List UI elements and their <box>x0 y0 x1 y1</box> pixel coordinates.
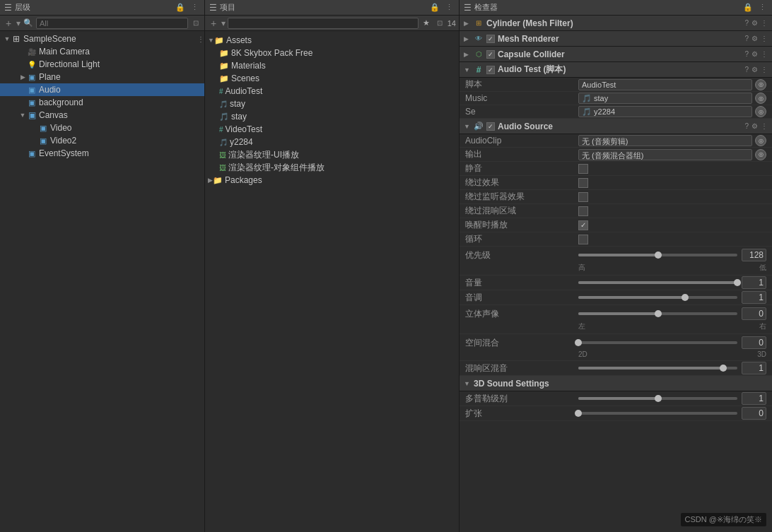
bypass-effects-checkbox[interactable] <box>578 178 588 188</box>
hierarchy-search-icon[interactable]: 🔍 <box>23 18 34 29</box>
cc-help[interactable]: ? <box>744 50 749 58</box>
spatial-thumb[interactable] <box>575 339 582 346</box>
hierarchy-item-directionallight[interactable]: ▶ 💡 Directional Light <box>0 58 204 71</box>
pan-thumb[interactable] <box>655 310 662 317</box>
volume-slider-track[interactable] <box>578 281 737 284</box>
cylmf-more[interactable]: ⋮ <box>761 19 768 27</box>
spatial-slider-track[interactable] <box>578 341 737 344</box>
hierarchy-item-eventsystem[interactable]: ▶ ▣ EventSystem <box>0 147 204 160</box>
project-filter2-icon[interactable]: ⊡ <box>434 18 445 29</box>
project-item-stay2[interactable]: 🎵 stay <box>205 110 459 123</box>
pitch-thumb[interactable] <box>682 294 689 301</box>
reverb-thumb[interactable] <box>720 365 727 372</box>
loop-checkbox[interactable] <box>578 235 588 244</box>
volume-value[interactable]: 1 <box>742 276 766 289</box>
priority-slider-track[interactable] <box>578 254 737 256</box>
cc-settings[interactable]: ⚙ <box>751 50 758 58</box>
se-target-btn[interactable]: ◎ <box>755 106 766 117</box>
hierarchy-item-samplescene[interactable]: ▼ ⊞ SampleScene ⋮ <box>0 32 204 45</box>
audiotest-script-target-btn[interactable]: ◎ <box>755 79 766 90</box>
bypass-reverb-checkbox[interactable] <box>578 206 588 216</box>
cylmf-settings[interactable]: ⚙ <box>751 19 758 27</box>
hierarchy-item-maincamera[interactable]: ▶ 🎥 Main Camera <box>0 45 204 58</box>
project-item-stay1[interactable]: 🎵 stay <box>205 97 459 110</box>
hierarchy-item-video[interactable]: ▶ ▣ Video <box>0 122 204 134</box>
music-field[interactable]: 🎵 stay <box>578 93 752 104</box>
doppler-slider-track[interactable] <box>578 397 737 400</box>
audiosource-header[interactable]: ▼ 🔊 ✓ Audio Source ? ⚙ ⋮ <box>460 119 772 134</box>
output-target-btn[interactable]: ◎ <box>755 149 766 160</box>
hierarchy-filter-icon[interactable]: ⊡ <box>190 18 201 29</box>
doppler-value[interactable]: 1 <box>742 392 766 405</box>
priority-value[interactable]: 128 <box>742 249 766 261</box>
cylmf-help[interactable]: ? <box>744 19 749 27</box>
audiotest-script-header[interactable]: ▼ # ✓ Audio Test (脚本) ? ⚙ ⋮ <box>460 62 772 78</box>
project-item-audiotest[interactable]: # AudioTest <box>205 85 459 97</box>
project-item-scenes[interactable]: 📁 Scenes <box>205 72 459 85</box>
pitch-value[interactable]: 1 <box>742 291 766 304</box>
project-search-input[interactable] <box>228 18 419 29</box>
hierarchy-add-btn[interactable]: + <box>3 18 14 29</box>
mute-checkbox[interactable] <box>578 164 588 174</box>
hierarchy-menu-icon[interactable]: ☰ <box>4 3 12 13</box>
spread-thumb[interactable] <box>575 410 582 417</box>
3dsound-header[interactable]: ▼ 3D Sound Settings <box>460 376 772 391</box>
project-item-y2284[interactable]: 🎵 y2284 <box>205 136 459 148</box>
hierarchy-item-audio[interactable]: ▶ ▣ Audio <box>0 83 204 96</box>
spread-slider-track[interactable] <box>578 412 737 415</box>
hierarchy-item-video2[interactable]: ▶ ▣ Video2 <box>0 134 204 147</box>
project-item-render2[interactable]: 🖼 渲染器纹理-对象组件播放 <box>205 161 459 174</box>
hierarchy-item-plane[interactable]: ▶ ▣ Plane <box>0 71 204 83</box>
pitch-slider-track[interactable] <box>578 296 737 299</box>
inspector-more-icon[interactable]: ⋮ <box>756 2 768 13</box>
project-lock-icon[interactable]: 🔒 <box>429 2 440 13</box>
audioclip-field[interactable]: 无 (音频剪辑) <box>578 135 752 146</box>
as-help[interactable]: ? <box>744 122 749 130</box>
hierarchy-search-input[interactable] <box>36 18 188 29</box>
project-item-assets[interactable]: ▼ 📁 Assets <box>205 34 459 47</box>
project-menu-icon[interactable]: ☰ <box>209 3 217 13</box>
project-item-packages[interactable]: ▶ 📁 Packages <box>205 174 459 187</box>
pan-value[interactable]: 0 <box>742 307 766 320</box>
volume-thumb[interactable] <box>734 279 741 286</box>
at-more[interactable]: ⋮ <box>761 66 768 73</box>
project-more-icon[interactable]: ⋮ <box>443 2 455 13</box>
at-settings[interactable]: ⚙ <box>751 66 758 73</box>
hierarchy-item-background[interactable]: ▶ ▣ background <box>0 96 204 109</box>
project-favorites-icon[interactable]: ★ <box>421 18 432 29</box>
doppler-thumb[interactable] <box>655 395 662 402</box>
reverb-value[interactable]: 1 <box>742 362 766 374</box>
arrow-plane[interactable]: ▶ <box>18 73 27 81</box>
arrow-canvas[interactable]: ▼ <box>18 112 27 119</box>
bypass-listener-checkbox[interactable] <box>578 192 588 202</box>
at-checkbox[interactable]: ✓ <box>486 66 495 74</box>
spread-value[interactable]: 0 <box>742 407 766 420</box>
cc-checkbox[interactable]: ✓ <box>486 50 495 59</box>
pan-slider-track[interactable] <box>578 312 737 315</box>
mr-more[interactable]: ⋮ <box>761 35 768 42</box>
project-item-render1[interactable]: 🖼 渲染器纹理-UI播放 <box>205 148 459 161</box>
cylinder-meshfilter-header[interactable]: ▶ ⊞ Cylinder (Mesh Filter) ? ⚙ ⋮ <box>460 16 772 31</box>
audioclip-target-btn[interactable]: ◎ <box>755 135 766 146</box>
mr-checkbox[interactable]: ✓ <box>486 35 495 43</box>
as-more[interactable]: ⋮ <box>761 122 768 130</box>
at-help[interactable]: ? <box>744 66 749 73</box>
capsulecollider-header[interactable]: ▶ ⬡ ✓ Capsule Collider ? ⚙ ⋮ <box>460 47 772 62</box>
music-target-btn[interactable]: ◎ <box>755 93 766 104</box>
hierarchy-lock-icon[interactable]: 🔒 <box>175 2 186 13</box>
output-field[interactable]: 无 (音频混合器组) <box>578 149 752 160</box>
hierarchy-more-icon[interactable]: ⋮ <box>189 2 200 13</box>
audiotest-script-field[interactable]: AudioTest <box>578 79 752 90</box>
play-on-awake-checkbox[interactable]: ✓ <box>578 220 588 230</box>
project-item-videotest[interactable]: # VideoTest <box>205 123 459 136</box>
project-item-materials[interactable]: 📁 Materials <box>205 59 459 72</box>
se-field[interactable]: 🎵 y2284 <box>578 106 752 117</box>
inspector-lock-icon[interactable]: 🔒 <box>742 2 754 13</box>
hierarchy-item-canvas[interactable]: ▼ ▣ Canvas <box>0 109 204 122</box>
as-checkbox[interactable]: ✓ <box>486 122 495 131</box>
reverb-slider-track[interactable] <box>578 367 737 370</box>
mr-help[interactable]: ? <box>744 35 749 42</box>
samplescene-menu[interactable]: ⋮ <box>197 35 204 43</box>
project-item-skybox[interactable]: 📁 8K Skybox Pack Free <box>205 47 459 59</box>
spatial-value[interactable]: 0 <box>742 336 766 349</box>
